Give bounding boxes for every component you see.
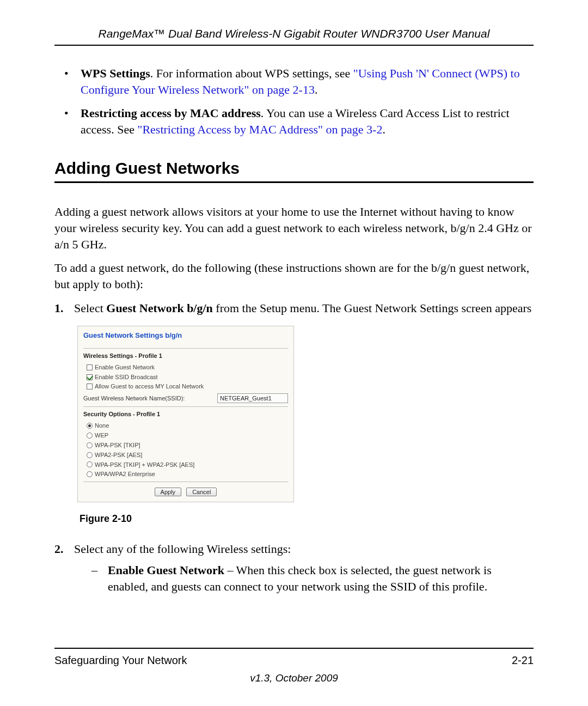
section-para-2: To add a guest network, do the following… xyxy=(54,260,534,292)
label-allow-local: Allow Guest to access MY Local Network xyxy=(95,382,204,391)
bullet-wps-label: WPS Settings xyxy=(81,66,150,80)
cancel-button[interactable]: Cancel xyxy=(186,488,217,496)
label-enable-guest: Enable Guest Network xyxy=(95,363,155,372)
bullet-wps-after: . xyxy=(315,83,318,96)
label-ssid: Guest Wireless Network Name(SSID): xyxy=(83,394,185,403)
step-2-text: Select any of the following Wireless set… xyxy=(74,542,291,556)
header-rule xyxy=(54,45,534,46)
radio-wpa-mix[interactable] xyxy=(87,461,93,467)
radio-enterprise[interactable] xyxy=(87,471,93,477)
footer-left: Safeguarding Your Network xyxy=(54,654,187,667)
row-sec-enterprise: WPA/WPA2 Enterprise xyxy=(87,470,288,478)
radio-wpa2-aes[interactable] xyxy=(87,452,93,458)
label-sec-wep: WEP xyxy=(95,431,108,440)
bullet-wps-text: . For information about WPS settings, se… xyxy=(150,66,353,80)
page-footer: Safeguarding Your Network 2-21 v1.3, Oct… xyxy=(54,648,534,684)
step-1-post: from the Setup menu. The Guest Network S… xyxy=(213,301,532,315)
guest-network-panel: Guest Network Settings b/g/n Wireless Se… xyxy=(77,326,294,502)
footer-rule xyxy=(54,648,534,649)
panel-divider xyxy=(83,348,288,349)
checkbox-enable-guest[interactable] xyxy=(87,364,93,370)
label-sec-enterprise: WPA/WPA2 Enterprise xyxy=(95,470,155,478)
panel-divider-2 xyxy=(83,406,288,407)
row-sec-wpa-tkip: WPA-PSK [TKIP] xyxy=(87,441,288,449)
dash-marker: – xyxy=(91,562,97,579)
label-sec-wpa2-aes: WPA2-PSK [AES] xyxy=(95,451,142,459)
label-sec-none: None xyxy=(95,422,109,430)
security-options-heading: Security Options - Profile 1 xyxy=(83,410,288,418)
row-allow-local: Allow Guest to access MY Local Network xyxy=(87,382,288,391)
wireless-settings-heading: Wireless Settings - Profile 1 xyxy=(83,352,288,360)
bullet-mac-after: . xyxy=(382,123,385,136)
panel-title: Guest Network Settings b/g/n xyxy=(83,331,288,340)
step-1: 1. Select Guest Network b/g/n from the S… xyxy=(54,300,534,526)
panel-divider-3 xyxy=(83,482,288,482)
enable-guest-bold: Enable Guest Network xyxy=(108,563,224,577)
section-para-1: Adding a guest network allows visitors a… xyxy=(54,204,534,252)
page-header-title: RangeMax™ Dual Band Wireless-N Gigabit R… xyxy=(54,27,534,40)
link-mac-restrict[interactable]: "Restricting Access by MAC Address" on p… xyxy=(137,123,382,136)
label-sec-wpa-mix: WPA-PSK [TKIP] + WPA2-PSK [AES] xyxy=(95,461,194,469)
figure-caption: Figure 2-10 xyxy=(79,512,534,525)
row-sec-wpa2-aes: WPA2-PSK [AES] xyxy=(87,451,288,459)
bullet-wps: WPS Settings. For information about WPS … xyxy=(64,65,534,98)
checkbox-enable-ssid-broadcast[interactable] xyxy=(87,374,93,380)
row-ssid: Guest Wireless Network Name(SSID): xyxy=(83,393,288,403)
section-rule xyxy=(54,181,534,183)
step-2: 2. Select any of the following Wireless … xyxy=(54,541,534,595)
row-sec-wpa-mix: WPA-PSK [TKIP] + WPA2-PSK [AES] xyxy=(87,461,288,469)
row-enable-guest: Enable Guest Network xyxy=(87,363,288,372)
apply-button[interactable]: Apply xyxy=(155,488,182,496)
step-1-number: 1. xyxy=(54,300,64,317)
radio-none[interactable] xyxy=(87,423,93,429)
bullet-mac: Restricting access by MAC address. You c… xyxy=(64,105,534,137)
step-2-dash-1: – Enable Guest Network – When this check… xyxy=(91,562,534,594)
figure-screenshot: Guest Network Settings b/g/n Wireless Se… xyxy=(74,326,534,502)
row-sec-none: None xyxy=(87,422,288,430)
checkbox-allow-local[interactable] xyxy=(87,384,93,389)
footer-version: v1.3, October 2009 xyxy=(54,672,534,684)
radio-wpa-tkip[interactable] xyxy=(87,442,93,448)
page-content: WPS Settings. For information about WPS … xyxy=(54,65,534,595)
footer-page-number: 2-21 xyxy=(512,654,534,667)
step-1-bold: Guest Network b/g/n xyxy=(106,301,213,315)
label-sec-wpa-tkip: WPA-PSK [TKIP] xyxy=(95,441,140,449)
row-sec-wep: WEP xyxy=(87,431,288,440)
bullet-mac-label: Restricting access by MAC address xyxy=(81,106,261,120)
label-enable-ssid-broadcast: Enable SSID Broadcast xyxy=(95,373,158,381)
step-2-number: 2. xyxy=(54,541,64,557)
radio-wep[interactable] xyxy=(87,433,93,439)
input-ssid[interactable] xyxy=(217,393,288,403)
section-heading: Adding Guest Networks xyxy=(54,157,534,180)
row-enable-ssid-broadcast: Enable SSID Broadcast xyxy=(87,373,288,381)
step-1-pre: Select xyxy=(74,301,106,315)
